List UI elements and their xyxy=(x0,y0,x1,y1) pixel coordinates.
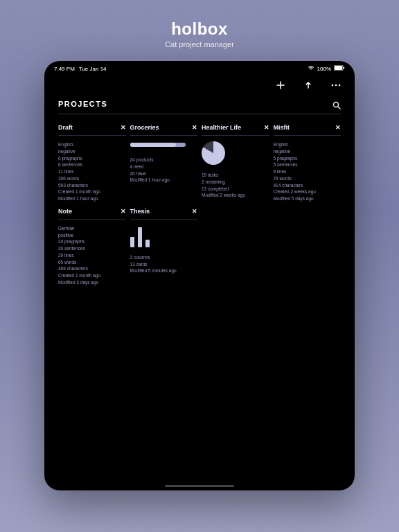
card-title: Misfit xyxy=(274,124,290,131)
card-head: Draft✕ xyxy=(58,124,126,131)
card-stat-line: Created 1 month ago xyxy=(58,272,126,279)
card-title: Draft xyxy=(58,124,73,131)
svg-point-3 xyxy=(332,85,334,87)
card-divider xyxy=(130,219,198,220)
promo-header: holbox Cat project manager xyxy=(165,19,234,48)
card-head: Healthier Life✕ xyxy=(202,124,269,131)
wifi-icon xyxy=(308,65,314,72)
close-icon[interactable]: ✕ xyxy=(264,124,269,131)
add-button[interactable] xyxy=(276,80,285,90)
card-stat-line: negative xyxy=(274,148,342,155)
card-stat-line: Modified 5 minutes ago xyxy=(130,267,198,274)
bar xyxy=(145,240,150,247)
card-stat-line: 4 need xyxy=(130,163,198,170)
card-stat-line: 26 sentences xyxy=(58,245,126,252)
card-stat-line: 13 completed xyxy=(202,186,269,193)
card-stat-line: 65 words xyxy=(58,259,126,266)
app-subtitle: Cat project manager xyxy=(165,40,234,48)
card-head: Thesis✕ xyxy=(130,208,198,215)
card-head: Note✕ xyxy=(58,208,126,215)
project-card[interactable]: Healthier Life✕15 tasks2 remaining13 com… xyxy=(202,124,269,202)
app-title: holbox xyxy=(165,19,234,39)
card-divider xyxy=(274,135,342,136)
card-body: 3 columns13 cardsModified 5 minutes ago xyxy=(130,254,198,274)
top-actions xyxy=(44,73,355,96)
progress-bar xyxy=(130,143,186,147)
card-stat-line: 106 words xyxy=(58,175,126,182)
close-icon[interactable]: ✕ xyxy=(121,124,126,131)
card-stat-line: 6 sentences xyxy=(58,161,126,168)
card-stat-line: 5 pragraphs xyxy=(274,155,342,162)
close-icon[interactable]: ✕ xyxy=(335,124,341,131)
card-stat-line: 3 columns xyxy=(130,254,198,261)
card-body: 15 tasks2 remaining13 completedModified … xyxy=(202,172,269,199)
svg-rect-2 xyxy=(344,67,345,69)
project-card[interactable]: Misfit✕Englishnegative5 pragraphs5 sente… xyxy=(274,124,342,202)
card-stat-line: English xyxy=(58,141,126,148)
card-stat-line: German xyxy=(58,225,126,232)
project-card[interactable]: Thesis✕3 columns13 cardsModified 5 minut… xyxy=(130,208,198,286)
card-title: Healthier Life xyxy=(202,124,241,131)
card-stat-line: Created 2 weeks ago xyxy=(274,188,342,195)
bar xyxy=(138,227,142,247)
card-stat-line: Modified 1 hour ago xyxy=(130,177,198,184)
bar-chart-icon xyxy=(130,225,198,247)
card-stat-line: English xyxy=(274,141,342,148)
card-divider xyxy=(130,135,198,136)
card-body: Germanpositive24 pragraphs26 sentences29… xyxy=(58,225,126,286)
svg-point-4 xyxy=(335,85,337,87)
close-icon[interactable]: ✕ xyxy=(192,124,197,131)
card-stat-line: 78 words xyxy=(274,175,342,182)
close-icon[interactable]: ✕ xyxy=(192,208,197,215)
card-stat-line: 24 pragraphs xyxy=(58,238,126,245)
svg-point-5 xyxy=(339,85,341,87)
card-stat-line: negative xyxy=(58,148,126,155)
more-button[interactable] xyxy=(331,80,341,90)
upload-button[interactable] xyxy=(303,80,313,90)
card-divider xyxy=(58,219,126,220)
home-indicator xyxy=(165,485,234,487)
card-stat-line: 20 have xyxy=(130,170,198,177)
pie-chart-icon xyxy=(202,141,225,165)
svg-rect-1 xyxy=(335,66,342,70)
section-header: PROJECTS xyxy=(44,96,355,112)
progress-fill xyxy=(130,143,176,147)
card-stat-line: 11 lines xyxy=(58,168,126,175)
card-stat-line: 593 characters xyxy=(58,182,126,189)
card-title: Groceries xyxy=(130,124,159,131)
section-title: PROJECTS xyxy=(58,100,107,108)
search-icon[interactable] xyxy=(332,100,341,108)
card-stat-line: Modified 1 hour ago xyxy=(58,195,126,202)
card-stat-line: Modified 5 days ago xyxy=(274,195,342,202)
card-head: Groceries✕ xyxy=(130,124,198,131)
card-stat-line: 2 remaining xyxy=(202,179,269,186)
card-body: Englishnegative6 pragraphs6 sentences11 … xyxy=(58,141,126,202)
card-divider xyxy=(202,135,269,136)
card-divider xyxy=(58,135,126,136)
close-icon[interactable]: ✕ xyxy=(121,208,126,215)
card-stat-line: 9 lines xyxy=(274,168,342,175)
card-body: Englishnegative5 pragraphs5 sentences9 l… xyxy=(274,141,342,202)
card-stat-line: 29 lines xyxy=(58,252,126,259)
card-title: Thesis xyxy=(130,208,150,215)
card-body: 24 products4 need20 haveModified 1 hour … xyxy=(130,157,198,184)
card-title: Note xyxy=(58,208,72,215)
card-stat-line: positive xyxy=(58,232,126,239)
project-card[interactable]: Draft✕Englishnegative6 pragraphs6 senten… xyxy=(58,124,126,202)
projects-grid: Draft✕Englishnegative6 pragraphs6 senten… xyxy=(44,114,355,296)
card-stat-line: Modified 2 weeks ago xyxy=(202,192,269,199)
project-card[interactable]: Groceries✕24 products4 need20 haveModifi… xyxy=(130,124,198,202)
project-card[interactable]: Note✕Germanpositive24 pragraphs26 senten… xyxy=(58,208,126,286)
status-date: Tue Jan 14 xyxy=(79,66,107,72)
card-stat-line: 24 products xyxy=(130,157,198,163)
card-stat-line: 414 characters xyxy=(274,182,342,189)
battery-text: 100% xyxy=(317,66,331,72)
status-time: 7:49 PM xyxy=(54,66,75,72)
card-stat-line: 468 characters xyxy=(58,265,126,272)
card-stat-line: Modified 3 days ago xyxy=(58,279,126,286)
device-frame: 7:49 PM Tue Jan 14 100% PROJECTS xyxy=(44,61,355,490)
battery-icon xyxy=(334,65,345,72)
card-stat-line: 15 tasks xyxy=(202,172,269,179)
card-head: Misfit✕ xyxy=(274,124,342,131)
bar xyxy=(130,237,134,247)
